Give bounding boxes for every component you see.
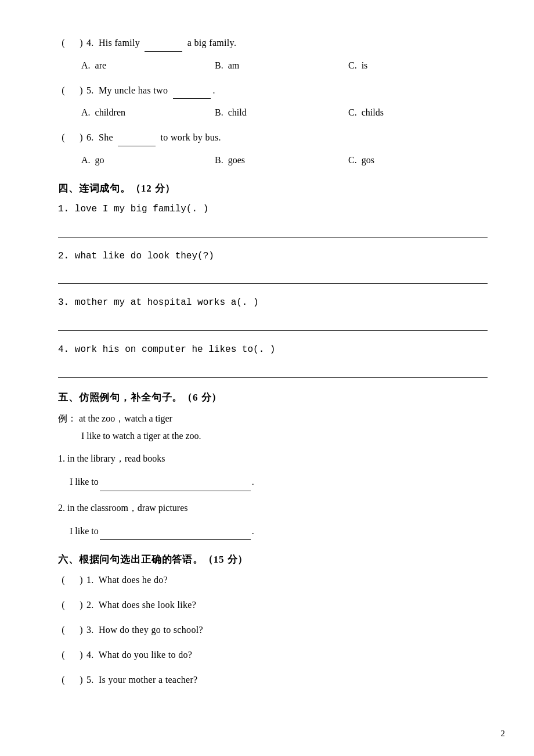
s6q4-line: ( ) 4. What do you like to do? [58,647,488,664]
s6q1-paren-close: ) [76,572,86,589]
section4-item3: 3. mother my at hospital works a(. ) [58,294,488,331]
example-prefix: 例： [58,413,77,423]
q6-options: A. go B. goes C. gos [81,152,488,169]
q4-option-b: B. am [215,57,348,74]
q4-option-a: A. are [81,57,215,74]
s6q2-text: What does she look like? [96,597,197,614]
section4: 四、连词成句。（12 分） 1. love I my big family(. … [58,182,488,378]
s6q5-paren-open: ( [58,672,68,689]
s1-answer-line [58,221,488,237]
s6q2-blank-space [68,597,76,614]
s2-answer-line [58,268,488,284]
item1-fill: I like to. [70,473,488,491]
item2-fill-line [100,539,251,540]
example-answer-line: I like to watch a tiger at the zoo. [81,427,488,445]
blank-space-6 [68,129,76,146]
s3-sentence: 3. mother my at hospital works a(. ) [58,294,488,311]
s6q4-paren-open: ( [58,647,68,664]
q6-option-b: B. goes [215,152,348,169]
s6q2-line: ( ) 2. What does she look like? [58,597,488,614]
q6-option-a: A. go [81,152,215,169]
q5-text: My uncle has two . [96,82,215,99]
section6-q1: ( ) 1. What does he do? [58,572,488,589]
s2-answer-container [58,268,488,284]
item1-fill-line [100,491,251,491]
q5-blank [173,98,211,99]
s3-answer-line [58,315,488,331]
section6-q5: ( ) 5. Is your mother a teacher? [58,672,488,689]
q5-option-a: A. children [81,105,215,121]
question-4-line: ( ) 4. His family a big family. [58,35,488,52]
section5: 五、仿照例句，补全句子。（6 分） 例： at the zoo，watch a … [58,391,488,540]
s6q3-text: How do they go to school? [96,622,203,639]
paren-close-6: ) [76,129,86,146]
s6q2-paren-close: ) [76,597,86,614]
section6-q4: ( ) 4. What do you like to do? [58,647,488,664]
item1-suffix: . [252,477,254,487]
section3-continued: ( ) 4. His family a big family. A. are B… [58,35,488,169]
example-prompt: at the zoo，watch a tiger [79,413,172,423]
s1-answer-container [58,221,488,237]
q5-option-c: C. childs [348,105,482,121]
section4-header: 四、连词成句。（12 分） [58,182,488,195]
s4-answer-line [58,362,488,378]
item2-suffix: . [252,526,254,536]
s6q1-paren-open: ( [58,572,68,589]
s6q4-number: 4. [86,647,94,664]
q5-number: 5. [86,82,94,99]
s6q5-blank-space [68,672,76,689]
q6-blank [118,146,156,146]
question-6: ( ) 6. She to work by bus. A. go B. goes… [58,129,488,169]
s2-sentence: 2. what like do look they(?) [58,248,488,265]
s6q1-text: What does he do? [96,572,168,589]
s6q3-number: 3. [86,622,94,639]
section4-item1: 1. love I my big family(. ) [58,201,488,237]
q5-options: A. children B. child C. childs [81,105,488,121]
s6q1-blank-space [68,572,76,589]
item2-prefix: I like to [70,526,99,536]
blank-space-5 [68,82,76,99]
s6q1-line: ( ) 1. What does he do? [58,572,488,589]
section6-q2: ( ) 2. What does she look like? [58,597,488,614]
blank-space-4 [68,35,76,52]
s3-answer-container [58,315,488,331]
paren-open-5: ( [58,82,68,99]
s6q3-blank-space [68,622,76,639]
item1-prompt: 1. in the library，read books [58,450,488,467]
s6q3-paren-open: ( [58,622,68,639]
s6q5-paren-close: ) [76,672,86,689]
item2-prompt: 2. in the classroom，draw pictures [58,499,488,517]
section4-item4: 4. work his on computer he likes to(. ) [58,341,488,378]
q5-option-b: B. child [215,105,348,121]
section6: 六、根据问句选出正确的答语。（15 分） ( ) 1. What does he… [58,553,488,688]
paren-open-6: ( [58,129,68,146]
s6q4-text: What do you like to do? [96,647,193,664]
question-4: ( ) 4. His family a big family. A. are B… [58,35,488,74]
section5-item2: 2. in the classroom，draw pictures I like… [58,499,488,541]
s6q1-number: 1. [86,572,94,589]
question-5: ( ) 5. My uncle has two . A. children B.… [58,82,488,122]
question-5-line: ( ) 5. My uncle has two . [58,82,488,99]
q4-blank [145,51,182,52]
s6q2-number: 2. [86,597,94,614]
s1-sentence: 1. love I my big family(. ) [58,201,488,218]
section5-item1: 1. in the library，read books I like to. [58,450,488,491]
paren-open-4: ( [58,35,68,52]
s6q5-text: Is your mother a teacher? [96,672,198,689]
s6q4-blank-space [68,647,76,664]
s6q5-number: 5. [86,672,94,689]
s6q2-paren-open: ( [58,597,68,614]
s6q4-paren-close: ) [76,647,86,664]
s4-answer-container [58,362,488,378]
question-6-line: ( ) 6. She to work by bus. [58,129,488,146]
example-answer-text: I like to watch a tiger at the zoo. [81,431,201,441]
section4-item2: 2. what like do look they(?) [58,248,488,285]
q6-number: 6. [86,129,94,146]
paren-close-5: ) [76,82,86,99]
item2-fill: I like to. [70,523,488,540]
q4-options: A. are B. am C. is [81,57,488,74]
s6q3-line: ( ) 3. How do they go to school? [58,622,488,639]
section6-header: 六、根据问句选出正确的答语。（15 分） [58,553,488,566]
item1-prefix: I like to [70,477,99,487]
q6-option-c: C. gos [348,152,482,169]
